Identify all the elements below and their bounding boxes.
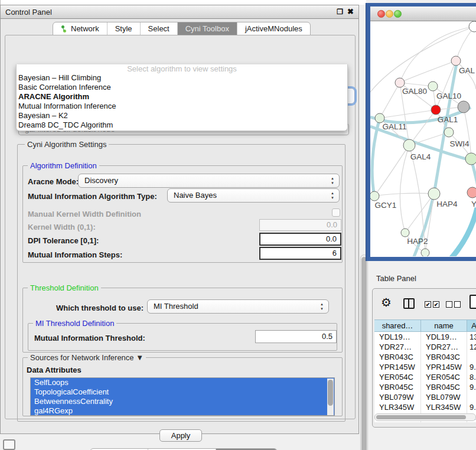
column-header-name[interactable]: name [421, 320, 467, 331]
mi-type-combobox[interactable]: Naive Bayes ▲▼ [167, 188, 340, 203]
dpi-tolerance-label: DPI Tolerance [0,1]: [28, 236, 99, 245]
attribute-item-betweennesscentrality[interactable]: BetweennessCentrality [31, 397, 334, 406]
network-view-titlebar [370, 6, 476, 21]
algorithm-option-bayesian-k2[interactable]: Bayesian – K2 [17, 111, 347, 120]
close-traffic-light[interactable] [377, 10, 385, 18]
tab-style[interactable]: Style [107, 22, 141, 35]
split-columns-icon[interactable] [403, 298, 415, 309]
network-node[interactable] [469, 21, 476, 32]
attribute-item-topologicalcoefficient[interactable]: TopologicalCoefficient [31, 387, 334, 397]
aracne-mode-combobox[interactable]: Discovery ▲▼ [78, 174, 340, 188]
sources-group-title[interactable]: Sources for Network Inference ▼ [28, 353, 146, 362]
data-attributes-list: SelfLoopsTopologicalCoefficientBetweenne… [30, 377, 335, 416]
table-row[interactable]: YBL079WYBL079W [374, 392, 476, 402]
network-node-hap2[interactable] [401, 229, 409, 237]
table-row[interactable]: YPR145WYPR145W9. [374, 362, 476, 372]
network-node-gal11[interactable] [375, 113, 384, 123]
table-row[interactable]: YLR345WYLR345W9. [374, 402, 476, 412]
tab-label: jActiveMNodules [245, 24, 302, 33]
algorithm-placeholder: Select algorithm to view settings [17, 64, 347, 73]
minimize-traffic-light[interactable] [386, 10, 393, 18]
network-node-swi4[interactable] [444, 128, 454, 137]
table-row[interactable]: YDL19…YDL19…13 [374, 332, 476, 342]
screen-root: Control Panel ❐ ✖ NetworkStyleSelectCyni… [0, 0, 476, 450]
attribute-item-gal4rgexp[interactable]: gal4RGexp [31, 406, 334, 416]
panel-title: Control Panel [5, 8, 52, 17]
table-header-row: shared…nameA [374, 319, 476, 332]
mi-type-label: Mutual Information Algorithm Type: [28, 192, 157, 201]
unchecked-columns-icon[interactable] [446, 301, 452, 308]
network-node-gcy1[interactable] [370, 191, 379, 201]
apply-button[interactable]: Apply [159, 429, 202, 442]
unchecked-columns-icon[interactable] [454, 301, 461, 308]
column-header-a[interactable]: A [467, 320, 476, 331]
document-icon[interactable] [470, 295, 476, 309]
tab-label: Style [115, 24, 132, 33]
table-horizontal-scrollbar[interactable] [374, 413, 476, 421]
network-node-gal1[interactable] [431, 105, 441, 115]
table-row[interactable]: YDR27…YDR27…12 [374, 342, 476, 352]
checked-columns-icon[interactable]: ✔ [425, 301, 431, 308]
attributes-scrollbar[interactable] [327, 379, 334, 416]
tab-network[interactable]: Network [53, 22, 107, 35]
close-panel-icon[interactable]: ✖ [347, 7, 354, 16]
network-node[interactable] [458, 101, 470, 113]
manual-kernel-checkbox[interactable] [332, 208, 340, 217]
network-node[interactable] [421, 249, 429, 256]
scrollbar-thumb[interactable] [328, 380, 333, 406]
table-row[interactable]: YER054CYER054C8. [374, 372, 476, 382]
network-graph: GALGAL80GAL10GAL1GAL11SWI4GAL4GCY1HAP4YH… [370, 21, 476, 256]
network-node-gal10[interactable] [428, 81, 438, 91]
tab-select[interactable]: Select [141, 22, 178, 35]
tab-jactivemnodules[interactable]: jActiveMNodules [237, 22, 310, 35]
float-window-icon[interactable]: ❐ [337, 8, 343, 16]
node-label-y: Y [471, 200, 476, 208]
mi-threshold-field[interactable]: 0.5 [255, 330, 337, 343]
mi-threshold-definition-group: MI Threshold Definition Mutual Informati… [28, 323, 337, 351]
network-node-hap4[interactable] [428, 188, 440, 200]
network-node-gal4[interactable] [403, 139, 415, 151]
node-label-gal10: GAL10 [436, 92, 461, 100]
dpi-tolerance-field[interactable]: 0.0 [259, 233, 341, 246]
algorithm-option-mutual-information-inference[interactable]: Mutual Information Inference [17, 102, 347, 111]
network-canvas[interactable]: GALGAL80GAL10GAL1GAL11SWI4GAL4GCY1HAP4YH… [370, 21, 476, 256]
column-header-shared[interactable]: shared… [374, 320, 421, 331]
table-cell: YBR043C [374, 352, 421, 362]
threshold-definition-title: Threshold Definition [28, 283, 101, 292]
which-threshold-combobox[interactable]: MI Threshold ▲▼ [147, 299, 329, 314]
table-cell: 9. [467, 382, 476, 392]
scrollbar-thumb[interactable] [376, 415, 466, 419]
table-row[interactable]: YBR043CYBR043C [374, 352, 476, 362]
mi-type-value: Naive Bayes [174, 191, 217, 200]
checked-columns-icon[interactable]: ✔ [433, 301, 439, 308]
network-node[interactable] [465, 153, 476, 165]
network-node-y[interactable] [467, 187, 476, 198]
settings-gear-icon[interactable]: ⚙ [381, 295, 392, 309]
attribute-item-selfloops[interactable]: SelfLoops [31, 378, 334, 387]
table-cell: YDR27… [374, 342, 421, 352]
scrollbar-thumb[interactable] [361, 257, 367, 450]
stepper-icon: ▲▼ [331, 191, 334, 200]
node-label-swi4: SWI4 [449, 139, 469, 148]
table-row[interactable]: YBR045CYBR045C9. [374, 382, 476, 392]
table-panel-window: ⚙ ✔ ✔ shared…nameAYDL19…YDL19…13YDR27…YD… [372, 288, 476, 428]
stepper-icon: ▲▼ [331, 176, 334, 185]
bottom-left-partial-button[interactable] [3, 439, 15, 450]
algorithm-option-bayesian-hill-climbing[interactable]: Bayesian – Hill Climbing [17, 73, 347, 83]
kernel-width-field[interactable]: 0.0 [259, 219, 341, 231]
algorithm-definition-title: Algorithm Definition [28, 161, 99, 170]
zoom-traffic-light[interactable] [394, 10, 402, 18]
table-cell: YBR045C [374, 382, 421, 392]
algorithm-option-dream8-dc-tdc-algorithm[interactable]: Dream8 DC_TDC Algorithm [17, 120, 347, 130]
mi-steps-field[interactable]: 6 [259, 247, 341, 260]
network-node-gal[interactable] [451, 56, 461, 66]
table-cell: YBL079W [374, 392, 421, 402]
algorithm-option-basic-correlation-inference[interactable]: Basic Correlation Inference [17, 83, 347, 92]
node-label-gcy1: GCY1 [375, 201, 397, 210]
settings-vertical-scrollbar[interactable] [360, 255, 368, 450]
algorithm-option-aracne-algorithm[interactable]: ARACNE Algorithm [17, 92, 347, 102]
network-node-gal80[interactable] [395, 78, 405, 87]
tab-cyni-toolbox[interactable]: Cyni Toolbox [178, 22, 237, 35]
control-panel-tabbar: NetworkStyleSelectCyni ToolboxjActiveMNo… [53, 22, 311, 35]
node-attribute-table: shared…nameAYDL19…YDL19…13YDR27…YDR27…12… [374, 319, 476, 422]
